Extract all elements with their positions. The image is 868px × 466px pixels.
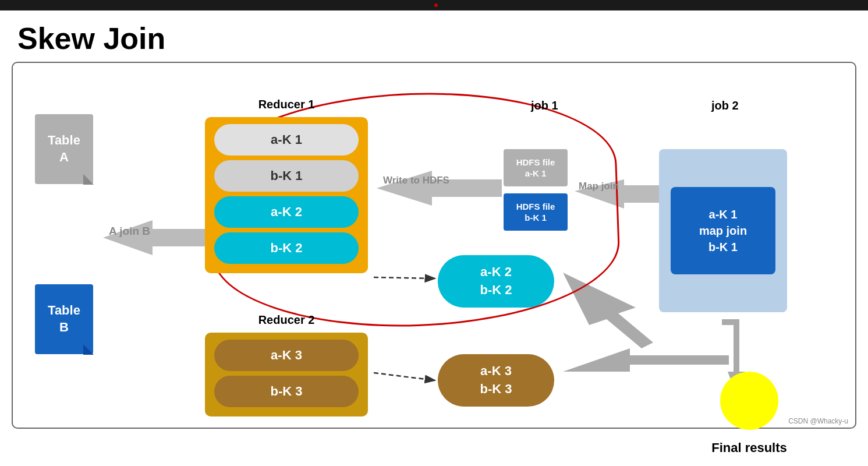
a-join-b-label: A join B [109,225,150,238]
job1-label: job 1 [531,99,558,112]
standalone-cyan-pill: a-K 2b-K 2 [438,255,554,308]
reducer2-pill-bk3: b-K 3 [214,376,359,407]
table-a: TableA [35,114,93,184]
hdfs-file-b: HDFS fileb-K 1 [504,193,568,231]
write-to-hdfs-label: Write to HDFS [383,175,449,186]
standalone-brown-text: a-K 3b-K 3 [480,362,512,398]
final-results-circle [720,372,778,430]
standalone-cyan-text: a-K 2b-K 2 [480,263,512,299]
top-bar [0,0,868,10]
final-results-label: Final results [679,440,819,456]
job2-label: job 2 [711,99,739,112]
reducer2-pill-ak3: a-K 3 [214,340,359,371]
hdfs-file-a: HDFS filea-K 1 [504,149,568,186]
reducer1-bg: a-K 1 b-K 1 a-K 2 b-K 2 [205,117,368,273]
reducer1-label: Reducer 1 [205,98,368,111]
reducer1-pill-bk2: b-K 2 [214,232,359,264]
job2-inner: a-K 1map joinb-K 1 [671,187,775,274]
svg-marker-9 [563,348,729,372]
reducer1-pill-bk1: b-K 1 [214,160,359,192]
table-a-label: TableA [48,132,80,165]
map-join-label: Map join [579,181,619,192]
top-bar-dot [434,3,438,7]
table-b-label: TableB [48,302,80,336]
svg-marker-8 [563,273,653,348]
hdfs-file-a-label: HDFS filea-K 1 [516,157,555,179]
diagram-container: TableA TableB A join B Reducer 1 a-K 1 b… [12,62,856,429]
reducer1-container: Reducer 1 a-K 1 b-K 1 a-K 2 b-K 2 [205,98,368,273]
standalone-brown-pill: a-K 3b-K 3 [438,354,554,407]
reducer2-label: Reducer 2 [205,313,368,327]
watermark: CSDN @Whacky-u [788,417,848,425]
page-title: Skew Join [0,10,868,62]
reducer2-container: Reducer 2 a-K 3 b-K 3 [205,313,368,416]
hdfs-file-b-label: HDFS fileb-K 1 [516,201,555,224]
svg-line-7 [374,373,435,380]
svg-line-6 [374,277,435,278]
job2-text: a-K 1map joinb-K 1 [699,206,747,255]
reducer2-bg: a-K 3 b-K 3 [205,333,368,416]
reducer1-pill-ak1: a-K 1 [214,124,359,156]
job2-box: a-K 1map joinb-K 1 [659,149,787,312]
table-b: TableB [35,284,93,354]
reducer1-pill-ak2: a-K 2 [214,196,359,228]
